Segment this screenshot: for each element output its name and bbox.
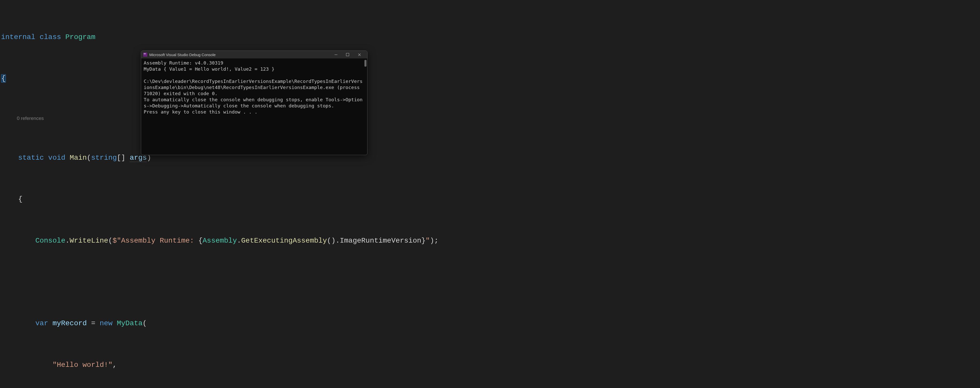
code-line: { — [1, 194, 980, 205]
console-line: MyData { Value1 = Hello world!, Value2 =… — [144, 66, 274, 72]
code-line: "Hello world!", — [1, 360, 980, 371]
code-line — [1, 277, 980, 288]
console-title: Microsoft Visual Studio Debug Console — [149, 52, 216, 57]
console-line: To automatically close the console when … — [144, 97, 363, 108]
console-line: Press any key to close this window . . . — [144, 109, 258, 114]
code-line: var myRecord = new MyData( — [1, 318, 980, 329]
console-line: C:\Dev\devleader\RecordTypesInEarlierVer… — [144, 79, 363, 96]
code-line: internal class Program — [1, 32, 980, 43]
console-titlebar[interactable]: Microsoft Visual Studio Debug Console — [141, 51, 367, 59]
minimize-button[interactable] — [330, 51, 342, 59]
console-output[interactable]: Assembly Runtime: v4.0.30319 MyData { Va… — [141, 59, 367, 155]
code-line: Console.WriteLine($"Assembly Runtime: {A… — [1, 236, 980, 246]
close-button[interactable] — [353, 51, 365, 59]
maximize-button[interactable] — [342, 51, 353, 59]
console-scrollbar[interactable] — [364, 60, 366, 67]
console-line: Assembly Runtime: v4.0.30319 — [144, 60, 223, 65]
debug-console-window[interactable]: Microsoft Visual Studio Debug Console As… — [141, 51, 368, 155]
vs-app-icon — [143, 52, 147, 57]
